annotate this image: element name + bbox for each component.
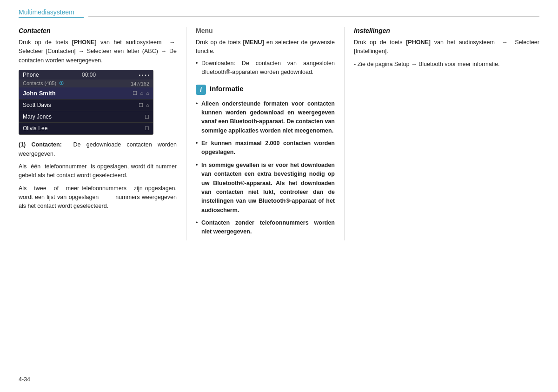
phone-contacts-bar: Contacts (485) ① 147/162 <box>19 80 153 87</box>
contact-icons: ☐ ⌂ <box>139 102 149 108</box>
info-bullet-2: Er kunnen maximaal 2.000 contacten worde… <box>196 139 335 157</box>
contacten-heading: Contacten <box>19 27 177 34</box>
footnote-1: (1) Contacten: De gedownloade contacten … <box>19 140 177 159</box>
phone-label: Phone <box>23 72 39 78</box>
info-heading: Informatie <box>210 85 244 93</box>
info-box: i Informatie <box>196 85 335 95</box>
info-bullet-4: Contacten zonder telefoonnummers worden … <box>196 219 335 237</box>
section-instellingen: Instellingen Druk op de toets [PHONE] va… <box>344 27 539 240</box>
contact-icons: ☐ ⌂ ⌂ <box>133 90 149 96</box>
menu-heading: Menu <box>196 27 335 34</box>
section-menu-info: Menu Druk op de toets [MENU] en selectee… <box>186 27 344 240</box>
contact-name: Scott Davis <box>23 102 51 108</box>
menu-intro: Druk op de toets [MENU] en selecteer de … <box>196 38 335 56</box>
info-bullet-3: In sommige gevallen is er voor het downl… <box>196 161 335 215</box>
instellingen-intro: Druk op de toets [PHONE] van het audiosy… <box>354 38 539 56</box>
section-contacten: Contacten Druk op de toets [PHONE] van h… <box>19 27 186 240</box>
instellingen-heading: Instellingen <box>354 27 539 34</box>
contact-olivia-lee[interactable]: Olivia Lee ☐ <box>19 123 153 134</box>
contacten-footnotes: (1) Contacten: De gedownloade contacten … <box>19 140 177 211</box>
menu-item-download: Downloaden: De contacten van aangesloten… <box>196 59 335 77</box>
contact-name: John Smith <box>23 90 56 97</box>
contacts-count: 147/162 <box>131 81 149 86</box>
info-icon: i <box>196 85 206 95</box>
info-bullet-1: Alleen ondersteunde formaten voor contac… <box>196 100 335 136</box>
header-title: Multimediasysteem <box>19 8 84 18</box>
page-number: 4-34 <box>19 376 30 383</box>
instellingen-detail: - Zie de pagina Setup → Bluetooth voor m… <box>354 60 539 69</box>
contact-icons: ☐ <box>145 126 149 132</box>
footnote-3: Als twee of meer telefoonnummers zijn op… <box>19 184 177 211</box>
contact-icons: ☐ <box>145 114 149 120</box>
header-line <box>88 16 539 17</box>
footnote-2: Als één telefoonnummer is opgeslagen, wo… <box>19 162 177 180</box>
contacten-intro: Druk op de toets [PHONE] van het audiosy… <box>19 38 177 65</box>
phone-screen: Phone 00:00 ▪ ▪ ▪ ▪ Contacts (485) ① 147… <box>19 70 153 135</box>
contact-name: Olivia Lee <box>23 125 47 132</box>
main-content: Contacten Druk op de toets [PHONE] van h… <box>19 27 539 240</box>
contacts-label: Contacts (485) ① <box>23 80 64 86</box>
contact-mary-jones[interactable]: Mary Jones ☐ <box>19 111 153 123</box>
menu-bullet-list: Downloaden: De contacten van aangesloten… <box>196 59 335 77</box>
contact-name: Mary Jones <box>23 113 52 120</box>
contact-john-smith[interactable]: John Smith ☐ ⌂ ⌂ <box>19 87 153 100</box>
info-bullet-list: Alleen ondersteunde formaten voor contac… <box>196 100 335 237</box>
contact-scott-davis[interactable]: Scott Davis ☐ ⌂ <box>19 100 153 111</box>
phone-icons: ▪ ▪ ▪ ▪ <box>139 73 149 78</box>
phone-screen-header: Phone 00:00 ▪ ▪ ▪ ▪ <box>19 70 153 80</box>
page-header: Multimediasysteem <box>19 8 539 18</box>
phone-time: 00:00 <box>82 72 96 78</box>
